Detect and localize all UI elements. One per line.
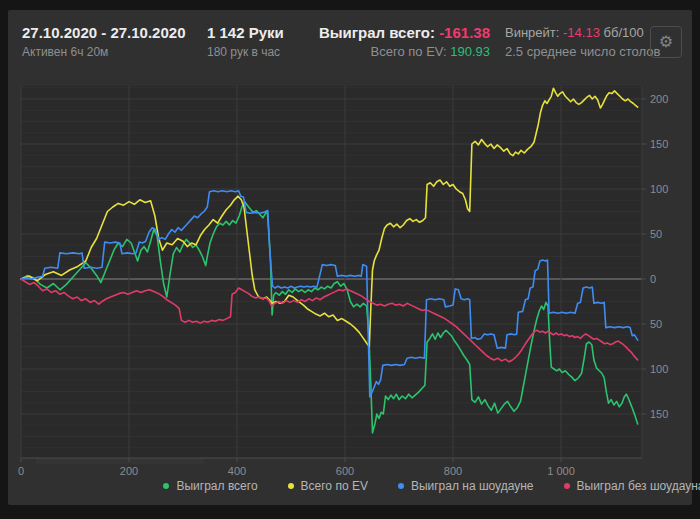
y-tick-label: 50 bbox=[650, 228, 662, 240]
x-tick-label: 0 bbox=[18, 465, 24, 477]
plot-area[interactable] bbox=[21, 86, 642, 458]
y-tick-label: 200 bbox=[650, 93, 668, 105]
x-tick-label: 600 bbox=[336, 465, 354, 477]
hand2note-session-graph: 27.10.2020 - 27.10.2020 Активен 6ч 20м 1… bbox=[0, 0, 700, 519]
y-tick-label: 150 bbox=[650, 138, 668, 150]
winnings-chart[interactable]: 02004006008001 00020015010050050100150 bbox=[0, 0, 700, 519]
y-tick-label: 50 bbox=[650, 318, 662, 330]
y-tick-label: 100 bbox=[650, 363, 668, 375]
x-tick-label: 200 bbox=[120, 465, 138, 477]
y-tick-label: 0 bbox=[650, 273, 656, 285]
x-tick-label: 400 bbox=[228, 465, 246, 477]
x-tick-label: 1 000 bbox=[547, 465, 575, 477]
y-tick-label: 100 bbox=[650, 183, 668, 195]
y-tick-label: 150 bbox=[650, 408, 668, 420]
x-tick-label: 800 bbox=[444, 465, 462, 477]
